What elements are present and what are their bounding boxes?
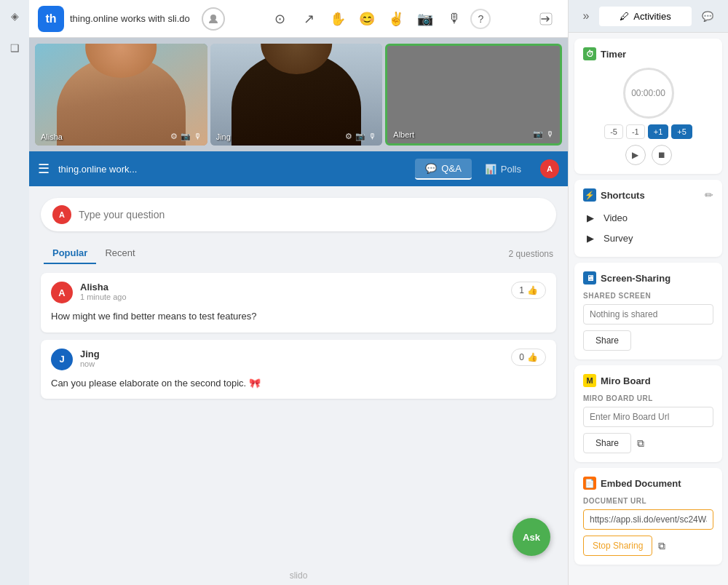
video-tile-jing[interactable]: Jing ⚙📷🎙 <box>210 44 383 146</box>
tab-polls[interactable]: 📊 Polls <box>475 159 531 179</box>
shortcut-video[interactable]: ▶ Video <box>583 207 713 228</box>
hand-icon[interactable]: ✌ <box>383 6 409 32</box>
user-avatar-topbar[interactable] <box>202 7 225 31</box>
timer-label: Timer <box>601 49 626 60</box>
timer-circle: 00:00:00 <box>623 68 674 119</box>
shortcuts-icon: ⚡ <box>583 188 596 202</box>
shortcuts-section: ⚡ Shortcuts ✏ ▶ Video ▶ Survey <box>574 180 722 257</box>
video-controls-albert: 📷🎙 <box>533 130 554 139</box>
timer-title: ⏱ Timer <box>583 47 713 60</box>
document-url-input[interactable] <box>583 509 713 530</box>
screen-sharing-icon: 🖥 <box>583 271 596 284</box>
hamburger-button[interactable]: ☰ <box>38 161 50 177</box>
top-bar-icons: ⊙ ↗ ✋ 😊 ✌ 📷 🎙 ? <box>237 6 521 32</box>
emoji-icon[interactable]: 😊 <box>354 6 380 32</box>
input-avatar: A <box>52 205 71 224</box>
activities-header: » 🖊 Activities 💬 <box>569 0 728 33</box>
embed-document-section: 📄 Embed Document DOCUMENT URL Stop Shari… <box>574 468 722 565</box>
miro-board-icon: M <box>583 374 596 387</box>
filter-tabs: Popular Recent 2 questions <box>41 243 556 264</box>
top-bar: th thing.online works with sli.do ⊙ ↗ ✋ … <box>29 0 568 38</box>
video-tile-alisha[interactable]: Alisha ⚙📷🎙 <box>35 44 207 146</box>
timer-display: 00:00:00 -5 -1 +1 +5 ▶ ⏹ <box>583 68 713 165</box>
activities-label: Activities <box>633 11 670 22</box>
video-controls-jing: ⚙📷🎙 <box>345 132 376 141</box>
miro-board-title: M Miro Board <box>583 374 713 387</box>
qa-panel: ☰ thing.online work... 💬 Q&A 📊 Polls A A <box>29 151 568 585</box>
exit-button[interactable] <box>533 6 559 32</box>
question-1-author: Alisha <box>80 282 511 292</box>
embed-share-row: Stop Sharing ⧉ <box>583 536 713 556</box>
video-camera-icon[interactable]: 📷 <box>412 6 438 32</box>
embed-document-label: Embed Document <box>601 478 681 489</box>
shortcuts-edit-icon[interactable]: ✏ <box>705 189 713 201</box>
screen-sharing-section: 🖥 Screen-Sharing SHARED SCREEN Share <box>574 263 722 359</box>
like-button-1[interactable]: 1 👍 <box>511 282 546 299</box>
timer-plus5[interactable]: +5 <box>671 124 692 139</box>
question-1-avatar: A <box>51 282 73 303</box>
qa-panel-title: thing.online work... <box>58 164 415 175</box>
miro-url-input[interactable] <box>583 407 713 427</box>
timer-plus1[interactable]: +1 <box>648 124 669 139</box>
thumb-icon-1: 👍 <box>527 285 538 295</box>
question-card-1: A Alisha 1 minute ago 1 👍 How might we f… <box>41 273 556 333</box>
embed-external-link-icon[interactable]: ⧉ <box>658 540 665 552</box>
shared-screen-input[interactable] <box>583 304 713 325</box>
expand-panel-button[interactable]: » <box>576 6 596 26</box>
activities-icon: 🖊 <box>620 11 629 22</box>
miro-url-label: MIRO BOARD URL <box>583 394 713 402</box>
qa-tabs: 💬 Q&A 📊 Polls <box>415 159 531 180</box>
screen-sharing-label: Screen-Sharing <box>601 273 670 284</box>
question-1-meta: Alisha 1 minute ago <box>80 282 511 301</box>
filter-recent[interactable]: Recent <box>96 243 143 264</box>
filter-popular[interactable]: Popular <box>44 243 96 264</box>
question-card-1-header: A Alisha 1 minute ago 1 👍 <box>51 282 546 303</box>
gesture-icon[interactable]: ✋ <box>325 6 351 32</box>
tab-qa[interactable]: 💬 Q&A <box>415 159 471 180</box>
shortcuts-header: ⚡ Shortcuts ✏ <box>583 188 713 202</box>
question-2-time: now <box>80 359 511 368</box>
miro-board-label: Miro Board <box>601 375 651 386</box>
screen-sharing-title: 🖥 Screen-Sharing <box>583 271 713 284</box>
timer-stop-button[interactable]: ⏹ <box>652 145 672 165</box>
ask-button[interactable]: Ask <box>513 518 550 556</box>
screen-share-button[interactable]: Share <box>583 330 631 351</box>
slido-brand: slido <box>29 566 568 585</box>
chat-tab[interactable]: 💬 <box>695 7 721 26</box>
miro-share-row: Share ⧉ <box>583 433 713 453</box>
like-button-2[interactable]: 0 👍 <box>511 349 546 366</box>
question-2-avatar: J <box>51 349 73 370</box>
timer-minus5[interactable]: -5 <box>604 124 623 139</box>
timer-play-button[interactable]: ▶ <box>625 145 646 165</box>
video-tile-albert[interactable]: Albert 📷🎙 <box>385 44 562 146</box>
shortcut-survey[interactable]: ▶ Survey <box>583 228 713 248</box>
question-input[interactable] <box>79 209 545 220</box>
app-title: thing.online works with sli.do <box>70 13 190 24</box>
timer-minus1[interactable]: -1 <box>626 124 645 139</box>
timer-controls: -5 -1 +1 +5 <box>583 124 713 139</box>
timer-time: 00:00:00 <box>631 88 665 98</box>
miro-share-button[interactable]: Share <box>583 433 631 453</box>
miro-board-section: M Miro Board MIRO BOARD URL Share ⧉ <box>574 365 722 462</box>
video-label-jing: Jing <box>216 132 231 141</box>
help-icon[interactable]: ? <box>470 9 491 29</box>
shortcuts-label: Shortcuts <box>601 190 645 201</box>
survey-shortcut-icon: ▶ <box>583 231 598 245</box>
like-count-1: 1 <box>519 285 524 295</box>
miro-external-link-icon[interactable]: ⧉ <box>637 437 644 450</box>
expand-icon[interactable]: ↗ <box>296 6 322 32</box>
stop-sharing-button[interactable]: Stop Sharing <box>583 536 652 556</box>
svg-point-0 <box>210 15 216 20</box>
audience-icon[interactable]: ⊙ <box>266 6 293 32</box>
timer-play-buttons: ▶ ⏹ <box>583 145 713 165</box>
question-card-2: J Jing now 0 👍 Can you please elaborate … <box>41 340 556 399</box>
left-sidebar-icon-2[interactable]: ❑ <box>6 39 23 57</box>
left-sidebar-icon-1[interactable]: ◈ <box>6 7 23 25</box>
question-2-text-content: Can you please elaborate on the second t… <box>51 378 261 389</box>
question-1-time: 1 minute ago <box>80 292 511 301</box>
activities-tab[interactable]: 🖊 Activities <box>599 7 692 26</box>
chat-tab-icon: 💬 <box>702 11 713 22</box>
mic-icon[interactable]: 🎙 <box>441 6 467 32</box>
main-content: th thing.online works with sli.do ⊙ ↗ ✋ … <box>29 0 568 585</box>
timer-icon: ⏱ <box>583 47 596 60</box>
